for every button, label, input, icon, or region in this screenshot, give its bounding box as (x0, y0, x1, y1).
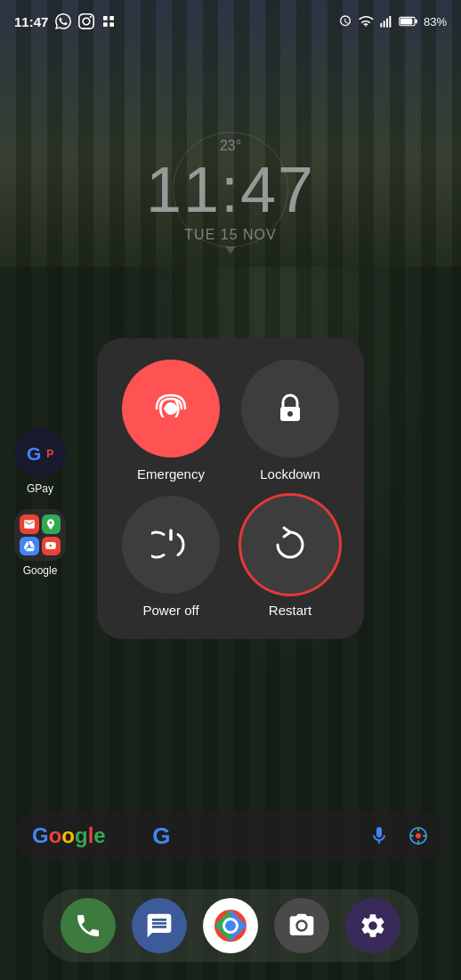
restart-button[interactable]: Restart (238, 496, 343, 618)
signal-icon (379, 14, 393, 28)
svg-point-15 (164, 407, 167, 410)
svg-text:(: ( (158, 398, 165, 417)
homescreen-apps: G P a y GPay (14, 427, 66, 591)
power-menu: ( ) Emergency Lockdown (97, 338, 364, 639)
search-right-icons (368, 825, 429, 846)
google-app[interactable]: Google (14, 509, 66, 577)
svg-rect-4 (380, 23, 382, 28)
svg-point-20 (416, 833, 421, 838)
g-letter: G (152, 822, 170, 850)
svg-rect-5 (384, 20, 385, 27)
svg-rect-2 (103, 22, 108, 27)
poweroff-button[interactable]: Power off (118, 496, 223, 618)
search-bar[interactable]: Google G (14, 812, 447, 860)
battery-percentage: 83% (424, 15, 447, 28)
lockdown-button[interactable]: Lockdown (238, 360, 343, 482)
emergency-circle: ( ) (122, 360, 220, 458)
poweroff-label: Power off (142, 603, 198, 618)
wifi-icon (358, 13, 374, 29)
grid-icon (101, 14, 116, 28)
gpay-label: GPay (27, 482, 53, 495)
svg-rect-0 (103, 16, 108, 20)
restart-label: Restart (269, 603, 311, 618)
app-dock (43, 889, 418, 962)
svg-rect-10 (415, 20, 417, 24)
svg-text:G
          P
          a
    : G P a y (27, 441, 56, 464)
status-right: 83% (338, 13, 447, 29)
restart-circle (241, 496, 339, 594)
dock-settings-button[interactable] (345, 898, 400, 953)
dock-camera-button[interactable] (274, 898, 329, 953)
poweroff-circle (122, 496, 220, 594)
dock-chrome-button[interactable] (203, 898, 258, 953)
mic-icon[interactable] (368, 825, 390, 846)
lockdown-circle (241, 360, 339, 458)
google-label: Google (23, 564, 58, 577)
svg-rect-6 (386, 19, 388, 28)
svg-rect-1 (110, 16, 115, 20)
gpay-app[interactable]: G P a y GPay (14, 427, 66, 495)
svg-point-18 (287, 411, 293, 417)
svg-point-24 (225, 920, 236, 931)
dock-phone-button[interactable] (61, 898, 116, 953)
emergency-button[interactable]: ( ) Emergency (118, 360, 223, 482)
svg-rect-3 (110, 22, 115, 27)
emergency-label: Emergency (137, 466, 205, 482)
status-time: 11:47 (14, 14, 48, 29)
battery-icon (399, 15, 418, 28)
dock-messages-button[interactable] (132, 898, 187, 953)
lens-icon[interactable] (408, 825, 429, 846)
google-g-logo: Google (32, 823, 106, 848)
svg-rect-9 (400, 18, 412, 24)
whatsapp-icon (55, 13, 71, 29)
instagram-icon (78, 13, 94, 29)
svg-point-16 (174, 407, 178, 410)
svg-rect-7 (389, 16, 391, 28)
status-left: 11:47 (14, 13, 116, 29)
alarm-icon (338, 14, 352, 28)
lockdown-label: Lockdown (260, 466, 320, 482)
status-bar: 11:47 (0, 0, 461, 43)
power-grid: ( ) Emergency Lockdown (118, 360, 343, 618)
